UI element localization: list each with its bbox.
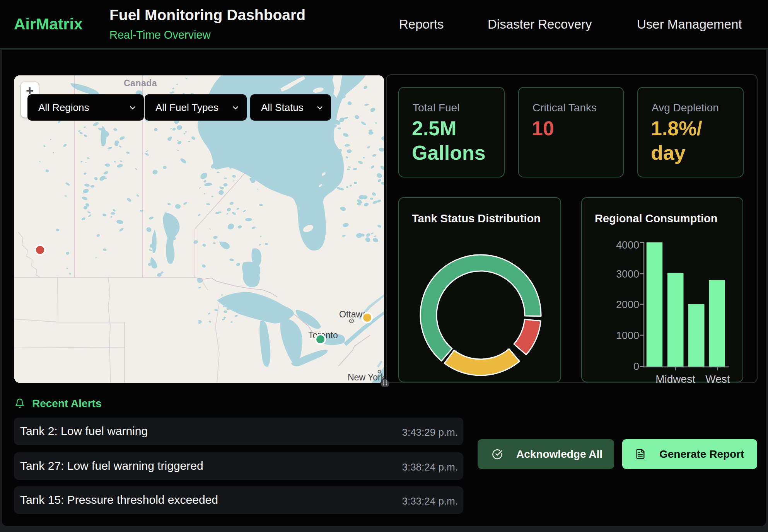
svg-text:New York: New York <box>348 372 384 382</box>
svg-text:2000: 2000 <box>616 299 639 310</box>
svg-text:3000: 3000 <box>616 268 639 280</box>
svg-text:Midwest: Midwest <box>655 373 695 383</box>
svg-text:West: West <box>705 373 730 383</box>
svg-text:1000: 1000 <box>616 330 639 341</box>
svg-text:4000: 4000 <box>616 239 639 251</box>
svg-text:Canada: Canada <box>124 78 157 88</box>
svg-text:0: 0 <box>633 361 639 372</box>
